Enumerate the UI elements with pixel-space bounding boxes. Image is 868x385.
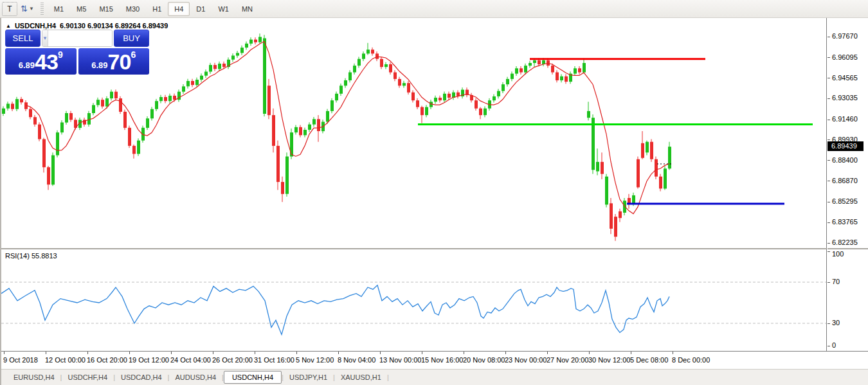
candle-body: [263, 39, 266, 114]
timeframe-d1[interactable]: D1: [190, 2, 212, 16]
timeframe-button-group: M1M5M15M30H1H4D1W1MN: [48, 2, 259, 16]
rsi-line: [1, 285, 669, 335]
tab-usdjpy-h1[interactable]: USDJPY,H1: [284, 372, 333, 383]
chevron-down-icon: ▼: [29, 6, 34, 12]
time-axis-label: 26 Oct 20:00: [212, 356, 253, 364]
price-axis-label: 6.86870: [832, 177, 858, 184]
price-axis-tick: [827, 160, 830, 161]
chart-window: ▲ USDCNH,H4 6.90130 6.90134 6.89264 6.89…: [0, 18, 868, 385]
rsi-axis-label: 0: [832, 341, 836, 349]
candle-body: [411, 93, 415, 101]
price-axis-tick: [827, 181, 830, 181]
time-axis-tick: [255, 352, 255, 354]
candle-body: [641, 143, 644, 158]
candle-body: [6, 103, 10, 108]
time-axis-tick: [4, 352, 5, 354]
candle-body: [479, 109, 482, 115]
candle-body: [128, 128, 131, 146]
candle-body: [303, 130, 307, 135]
sell-button[interactable]: SELL: [5, 30, 41, 47]
volume-input[interactable]: [48, 30, 113, 46]
price-axis-label: 6.82235: [832, 238, 858, 246]
candle-body: [276, 146, 280, 182]
time-axis-label: 30 Nov 12:00: [588, 356, 630, 364]
toolbar: T ⇅ ▼ M1M5M15M30H1H4D1W1MN: [0, 0, 868, 18]
candle-body: [605, 177, 608, 205]
candle-body: [506, 79, 509, 84]
time-axis-tick: [673, 352, 673, 354]
time-axis-tick: [464, 352, 464, 354]
candle-body: [339, 85, 343, 94]
candle-body: [380, 59, 383, 67]
arrows-icon: ⇅: [21, 4, 28, 13]
arrows-tool-button[interactable]: ⇅ ▼: [19, 2, 35, 16]
candle-body: [587, 111, 590, 118]
sell-price-small: 6.89: [19, 60, 35, 70]
candle-body: [92, 105, 95, 114]
time-axis-tick: [422, 352, 422, 354]
candle-body: [87, 113, 91, 125]
candle-body: [204, 72, 208, 76]
candle-body: [317, 119, 320, 131]
time-axis-label: 5 Nov 12:00: [296, 356, 334, 364]
candle-body: [434, 98, 437, 102]
candle-body: [619, 211, 622, 218]
candle-body: [484, 109, 487, 115]
timeframe-m30[interactable]: M30: [120, 2, 146, 16]
time-axis: 9 Oct 201812 Oct 00:0016 Oct 20:0019 Oct…: [1, 351, 868, 369]
rsi-axis: 10070300: [827, 248, 868, 351]
time-axis-tick: [296, 352, 297, 354]
price-axis-label: 6.93035: [832, 94, 858, 102]
price-axis-label: 6.85295: [832, 197, 858, 205]
candle-body: [596, 162, 599, 172]
candle-body: [565, 76, 568, 82]
time-axis-label: 15 Nov 16:00: [421, 356, 463, 364]
timeframe-m5[interactable]: M5: [70, 2, 93, 16]
tab-usdchf-h4[interactable]: USDCHF,H4: [62, 372, 113, 383]
timeframe-h1[interactable]: H1: [146, 2, 168, 16]
timeframe-mn[interactable]: MN: [235, 2, 259, 16]
rsi-axis-tick: [827, 346, 830, 346]
text-tool-button[interactable]: T: [2, 2, 17, 16]
candle-body: [119, 98, 122, 112]
buy-button[interactable]: BUY: [114, 30, 149, 47]
timeframe-m1[interactable]: M1: [48, 2, 70, 16]
price-chart-pane[interactable]: ▲ USDCNH,H4 6.90130 6.90134 6.89264 6.89…: [1, 18, 827, 248]
candle-body: [245, 44, 248, 48]
timeframe-h4[interactable]: H4: [168, 2, 190, 16]
buy-quote-box[interactable]: 6.89 70 6: [78, 48, 150, 75]
timeframe-w1[interactable]: W1: [212, 2, 235, 16]
price-axis-tick: [827, 243, 830, 244]
time-axis-label: 19 Oct 12:00: [129, 356, 169, 364]
collapse-triangle-icon: ▲: [6, 23, 11, 29]
sell-quote-box[interactable]: 6.89 43 9: [5, 48, 77, 75]
price-axis-label: 6.96095: [832, 53, 858, 61]
tab-usdcnh-h4[interactable]: USDCNH,H4: [224, 371, 282, 384]
price-axis-label: 6.91460: [832, 115, 858, 123]
tab-separator: |: [387, 373, 389, 381]
candle-body: [402, 83, 406, 85]
time-axis-tick: [213, 352, 213, 354]
time-axis-tick: [46, 352, 46, 354]
candle-body: [497, 91, 500, 96]
candle-body: [664, 168, 667, 188]
candle-body: [637, 159, 640, 188]
tab-xauusd-h1[interactable]: XAUUSD,H1: [335, 372, 387, 383]
candle-body: [330, 100, 334, 111]
rsi-indicator-pane[interactable]: RSI(14) 55.8813: [1, 248, 827, 351]
tab-eurusd-h4[interactable]: EURUSD,H4: [8, 372, 60, 383]
price-axis-label: 6.94565: [832, 74, 858, 82]
timeframe-m15[interactable]: M15: [93, 2, 119, 16]
tab-audusd-h4[interactable]: AUDUSD,H4: [169, 372, 222, 383]
tab-usdcad-h4[interactable]: USDCAD,H4: [115, 372, 168, 383]
candle-body: [353, 66, 356, 72]
candle-body: [308, 125, 311, 130]
candle-body: [186, 81, 190, 86]
candle-body: [583, 63, 586, 73]
buy-price-small: 6.89: [91, 60, 107, 70]
candle-body: [398, 79, 401, 85]
candle-body: [578, 68, 581, 72]
candle-body: [168, 96, 172, 101]
volume-decrease-button[interactable]: ▼: [42, 30, 48, 46]
candle-body: [610, 203, 613, 229]
